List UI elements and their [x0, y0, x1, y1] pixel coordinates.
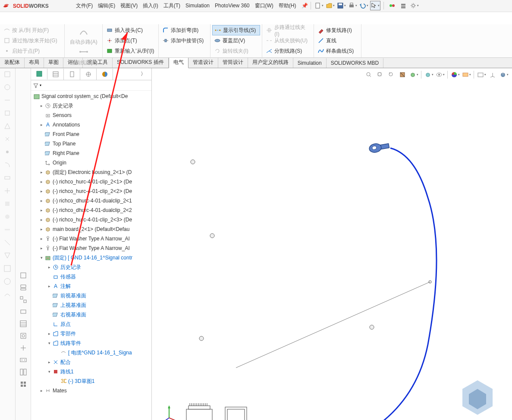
spline-button[interactable]: 样条曲线(S) — [316, 46, 359, 56]
rail2-icon-3[interactable] — [19, 295, 28, 304]
route-through-clip-button[interactable]: 步路通过线夹(I) — [264, 25, 312, 35]
tree-sub-mates[interactable]: ▸配合 — [31, 357, 151, 367]
menu-edit[interactable]: 编辑(E) — [95, 0, 118, 11]
save-button[interactable]: ▾ — [336, 1, 347, 10]
svg-rect-37 — [20, 321, 26, 327]
rail-icon-15[interactable] — [3, 251, 13, 261]
svg-rect-90 — [186, 409, 212, 420]
tree-sub-annotations[interactable]: ▸A注解 — [31, 281, 151, 291]
rail-icon-8[interactable] — [3, 161, 13, 170]
select-button[interactable]: ▾ — [370, 1, 380, 10]
add-bend-button[interactable]: 添加折弯(B) — [160, 25, 208, 35]
undo-button[interactable]: ▾ — [359, 1, 369, 10]
line-button[interactable]: 直线 — [316, 35, 359, 46]
rail2-icon-2[interactable] — [19, 283, 28, 292]
menu-photoview[interactable]: PhotoView 360 — [212, 1, 252, 10]
rail2-icon-4[interactable] — [19, 307, 28, 316]
rail-icon-9[interactable] — [3, 174, 13, 183]
tab-sketch[interactable]: 草图 — [44, 57, 63, 68]
drag-start-button[interactable]: 通过拖/放来开始(G) — [2, 35, 63, 46]
tree-sub-front[interactable]: 前视基准面 — [31, 291, 151, 300]
svg-rect-31 — [4, 265, 10, 272]
tree-sub-right[interactable]: 右视基准面 — [31, 310, 151, 319]
tree-sketch3d[interactable]: 3D(-) 3D草图1 — [31, 376, 151, 386]
rail2-icon-6[interactable] — [19, 332, 28, 340]
svg-rect-73 — [54, 370, 57, 373]
repair-route-button[interactable]: 修复线路(I) — [316, 25, 359, 35]
tree-sub-origin[interactable]: 原点 — [31, 319, 151, 329]
open-button[interactable]: ▾ — [325, 1, 336, 10]
svg-rect-48 — [37, 71, 42, 76]
tab-layout[interactable]: 布局 — [25, 57, 44, 68]
rail-icon-18[interactable] — [3, 290, 13, 300]
left-rail-2 — [16, 68, 31, 420]
svg-text:A: A — [54, 283, 57, 289]
tree-sub-parts[interactable]: ▸零部件 — [31, 329, 151, 338]
svg-point-25 — [5, 85, 10, 90]
tree-sub-routeparts[interactable]: ▾线路零件 — [31, 338, 151, 348]
menu-insert[interactable]: 插入(I) — [140, 0, 160, 11]
rail2-icon-1[interactable] — [19, 271, 28, 280]
new-button[interactable]: ▾ — [314, 1, 324, 10]
rotate-clip-button[interactable]: 旋转线夹(I) — [212, 46, 260, 56]
rail-icon-14[interactable] — [3, 238, 13, 248]
cover-layer-button[interactable]: 覆盖层(V) — [212, 35, 260, 46]
tab-pipe[interactable]: 管道设计 — [188, 57, 218, 68]
tree-cable[interactable]: [ 电缆^GND 14-16_1_Signa — [31, 348, 151, 357]
tree-tab-feature[interactable] — [31, 69, 47, 80]
tree-sub-sensors[interactable]: 传感器 — [31, 272, 151, 281]
pin-icon[interactable]: 📌 — [302, 3, 308, 9]
release-from-clip-button[interactable]: 从线夹脱钩(U) — [264, 35, 312, 46]
tree-sub-top[interactable]: 上视基准面 — [31, 300, 151, 310]
tab-electrical[interactable]: 电气 — [169, 57, 188, 68]
tab-userroute[interactable]: 用户定义的线路 — [248, 57, 293, 68]
menu-view[interactable]: 视图(V) — [118, 0, 140, 11]
rail-icon-17[interactable] — [3, 277, 13, 287]
rail-icon-3[interactable] — [3, 96, 13, 105]
rail-icon-11[interactable] — [3, 199, 13, 209]
tab-tube[interactable]: 管筒设计 — [218, 57, 248, 68]
svg-rect-3 — [349, 5, 354, 7]
tab-assembly[interactable]: 装配体 — [0, 57, 25, 68]
rail-icon-2[interactable] — [3, 83, 13, 92]
graphics-viewport[interactable]: ▾ ▾ ▾ ▾ ▾ ▾ ▾ — [152, 68, 512, 420]
rail-icon-4[interactable] — [3, 109, 13, 118]
rebuild-button[interactable] — [387, 1, 397, 10]
rail-icon-5[interactable] — [3, 122, 13, 131]
options-button[interactable]: ▾ — [409, 1, 420, 10]
rail2-icon-8[interactable] — [19, 356, 28, 364]
menu-tools[interactable]: 工具(T) — [161, 0, 183, 11]
from-to-start-button[interactable]: 按 从/到 开始(F) — [2, 25, 63, 35]
rail2-icon-10[interactable] — [19, 380, 28, 388]
menu-simulation[interactable]: Simulation — [183, 1, 212, 10]
tree-route1[interactable]: ▾路线1 — [31, 367, 151, 376]
tree-tab-property[interactable] — [47, 69, 64, 80]
rail-icon-16[interactable] — [3, 264, 13, 274]
rail-icon-13[interactable] — [3, 225, 13, 235]
rail-icon-1[interactable] — [3, 70, 13, 79]
show-guides-button[interactable]: 显示引导线(S) — [212, 25, 260, 35]
rail-icon-12[interactable] — [3, 212, 13, 222]
svg-rect-43 — [24, 369, 26, 375]
svg-rect-63 — [47, 238, 48, 241]
start-at-point-button[interactable]: 启始于点(P) — [2, 46, 63, 56]
rail-icon-7[interactable] — [3, 148, 13, 157]
rail2-icon-5[interactable] — [19, 319, 28, 328]
tab-simulation[interactable]: Simulation — [293, 58, 327, 68]
rail2-icon-7[interactable] — [19, 344, 28, 352]
split-route-button[interactable]: 分割线路(S) — [264, 46, 312, 56]
add-midconnector-button[interactable]: 添加中接管(S) — [160, 35, 208, 46]
menu-window[interactable]: 窗口(W) — [252, 0, 276, 11]
tab-mbd[interactable]: SOLIDWORKS MBD — [327, 58, 383, 68]
svg-point-103 — [210, 234, 214, 238]
rail-icon-6[interactable] — [3, 135, 13, 144]
print-button[interactable]: ▾ — [348, 1, 358, 10]
rail-icon-10[interactable] — [3, 186, 13, 196]
tree-mates[interactable]: ▸Mates — [31, 386, 151, 395]
menu-help[interactable]: 帮助(H) — [276, 0, 299, 11]
svg-point-105 — [370, 325, 374, 329]
rail2-icon-9[interactable] — [19, 368, 28, 376]
svg-line-110 — [160, 418, 169, 420]
menu-file[interactable]: 文件(F) — [73, 0, 95, 11]
options-list-button[interactable] — [398, 1, 408, 10]
